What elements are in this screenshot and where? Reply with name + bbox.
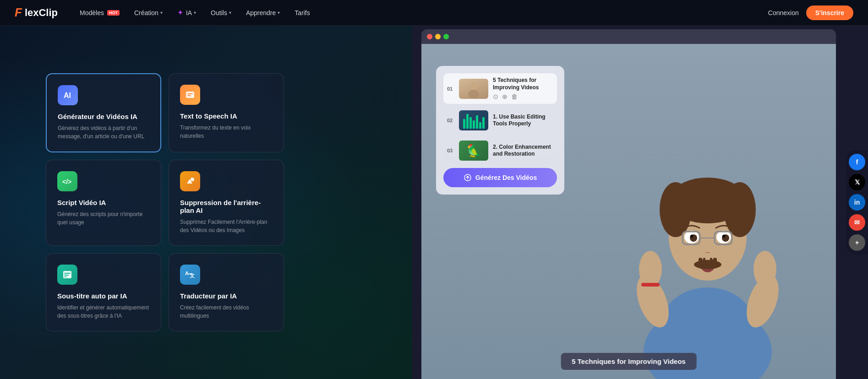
logo[interactable]: F lexClip xyxy=(15,5,58,20)
svg-rect-7 xyxy=(64,273,71,274)
playlist-num-1: 01 xyxy=(447,86,454,92)
right-panel: 01 5 Techniques for Improving Videos xyxy=(412,26,868,379)
generate-label: Générez Des Vidéos xyxy=(475,174,537,181)
playlist-num-3: 03 xyxy=(447,148,454,153)
card-subtitle[interactable]: Sous-titre auto par IA Identifier et gén… xyxy=(46,253,161,331)
chevron-icon: ▾ xyxy=(194,10,196,15)
card-bg-removal[interactable]: Suppression de l'arrière-plan AI Supprim… xyxy=(169,160,284,246)
svg-point-29 xyxy=(722,235,725,238)
left-panel: AI Générateur de Vidéos IA Générez des v… xyxy=(0,26,412,379)
playlist-title-2: 1. Use Basic Editing Tools Properly xyxy=(493,114,553,128)
playlist-title-1: 5 Techniques for Improving Videos xyxy=(493,77,553,91)
svg-point-35 xyxy=(694,260,721,269)
nav-tarifs[interactable]: Tarifs xyxy=(295,9,310,16)
playlist-actions-1: ⊙ ⊕ 🗑 xyxy=(493,93,553,100)
svg-rect-1 xyxy=(186,92,194,98)
browser-titlebar xyxy=(421,29,836,44)
card-script-desc: Générez des scripts pour n'importe quel … xyxy=(57,210,150,227)
nav-links: Modèles HOT Création ▾ ✦ IA ▾ Outils ▾ A… xyxy=(80,8,768,17)
facebook-button[interactable]: f xyxy=(849,154,865,170)
ai-star-icon: ✦ xyxy=(177,8,183,17)
subtitle-icon xyxy=(57,265,77,285)
card-tts-title: Text to Speech IA xyxy=(180,112,273,120)
svg-rect-3 xyxy=(187,95,191,96)
add-icon[interactable]: ⊕ xyxy=(502,93,508,100)
linkedin-button[interactable]: in xyxy=(849,194,865,211)
svg-rect-9 xyxy=(64,276,67,277)
window-close-dot xyxy=(427,34,432,39)
generate-button[interactable]: Générez Des Vidéos xyxy=(443,168,557,187)
twitter-button[interactable]: 𝕏 xyxy=(849,174,865,190)
svg-point-23 xyxy=(724,182,756,237)
card-script-title: Script Vidéo IA xyxy=(57,199,150,206)
cards-grid: AI Générateur de Vidéos IA Générez des v… xyxy=(46,73,284,331)
card-subtitle-title: Sous-titre auto par IA xyxy=(57,292,150,300)
login-button[interactable]: Connexion xyxy=(768,9,799,16)
svg-point-12 xyxy=(470,82,477,90)
chevron-icon: ▾ xyxy=(160,10,163,15)
svg-text:AI: AI xyxy=(64,92,71,99)
hot-badge: HOT xyxy=(107,10,120,16)
chevron-icon: ▾ xyxy=(229,10,231,15)
svg-point-41 xyxy=(753,251,776,287)
svg-point-28 xyxy=(690,235,693,238)
email-button[interactable]: ✉ xyxy=(849,214,865,231)
nav-modeles[interactable]: Modèles HOT xyxy=(80,9,120,16)
more-share-button[interactable]: + xyxy=(849,234,865,251)
playlist-item-3[interactable]: 03 🦜 2. Color Enhancement and Restoratio… xyxy=(443,137,557,164)
playlist-item-1[interactable]: 01 5 Techniques for Improving Videos xyxy=(443,73,557,104)
playlist-num-2: 02 xyxy=(447,118,454,123)
script-icon: </> xyxy=(57,171,77,191)
card-ai-video[interactable]: AI Générateur de Vidéos IA Générez des v… xyxy=(46,73,161,152)
playlist-text-3: 2. Color Enhancement and Restoration xyxy=(493,144,553,158)
ai-video-icon: AI xyxy=(58,85,78,105)
nav-outils[interactable]: Outils ▾ xyxy=(211,9,231,16)
svg-point-13 xyxy=(468,90,479,98)
svg-text:</>: </> xyxy=(62,178,71,185)
card-subtitle-desc: Identifier et générer automatiquement de… xyxy=(57,303,150,320)
chevron-icon: ▾ xyxy=(278,10,280,15)
nav-right: Connexion S'inscrire xyxy=(768,5,853,20)
window-maximize-dot xyxy=(443,34,449,39)
person-illustration xyxy=(543,132,836,379)
svg-rect-36 xyxy=(699,258,702,265)
svg-rect-39 xyxy=(713,258,717,265)
svg-rect-8 xyxy=(64,275,69,276)
video-caption: 5 Techniques for Improving Videos xyxy=(561,353,697,370)
bg-removal-icon xyxy=(180,171,200,191)
logo-f: F xyxy=(15,5,22,20)
delete-icon[interactable]: 🗑 xyxy=(511,93,518,100)
window-minimize-dot xyxy=(435,34,441,39)
playlist-text-2: 1. Use Basic Editing Tools Properly xyxy=(493,114,553,128)
playlist-thumb-3: 🦜 xyxy=(459,141,488,161)
card-translate-title: Traducteur par IA xyxy=(180,292,273,300)
card-bg-title: Suppression de l'arrière-plan AI xyxy=(180,199,273,214)
social-sidebar: f 𝕏 in ✉ + xyxy=(846,150,868,254)
playlist-panel: 01 5 Techniques for Improving Videos xyxy=(436,66,564,195)
translate-icon: A 文 xyxy=(180,265,200,285)
svg-point-22 xyxy=(660,182,692,237)
copy-icon[interactable]: ⊙ xyxy=(493,93,498,100)
nav-ia[interactable]: ✦ IA ▾ xyxy=(177,8,196,17)
card-script[interactable]: </> Script Vidéo IA Générez des scripts … xyxy=(46,160,161,246)
svg-point-40 xyxy=(639,251,662,287)
generate-icon xyxy=(464,173,472,182)
signup-button[interactable]: S'inscrire xyxy=(806,5,853,20)
browser-window: 01 5 Techniques for Improving Videos xyxy=(421,29,836,379)
svg-rect-37 xyxy=(703,258,705,263)
nav-creation[interactable]: Création ▾ xyxy=(134,9,163,16)
svg-text:A: A xyxy=(185,271,189,276)
card-translate-desc: Créez facilement des vidéos multilingues xyxy=(180,303,273,320)
card-translate[interactable]: A 文 Traducteur par IA Créez facilement d… xyxy=(169,253,284,331)
nav-apprendre[interactable]: Apprendre ▾ xyxy=(246,9,280,16)
logo-text: lexClip xyxy=(25,7,58,19)
playlist-title-3: 2. Color Enhancement and Restoration xyxy=(493,144,553,158)
card-tts[interactable]: Text to Speech IA Transformez du texte e… xyxy=(169,73,284,152)
main-content: AI Générateur de Vidéos IA Générez des v… xyxy=(0,0,868,379)
svg-point-16 xyxy=(662,287,753,361)
playlist-item-2[interactable]: 02 xyxy=(443,107,557,134)
svg-rect-38 xyxy=(710,258,712,263)
card-ai-video-desc: Générez des vidéos à partir d'un message… xyxy=(58,124,149,141)
navbar: F lexClip Modèles HOT Création ▾ ✦ IA ▾ … xyxy=(0,0,868,26)
playlist-thumb-2 xyxy=(459,110,488,130)
